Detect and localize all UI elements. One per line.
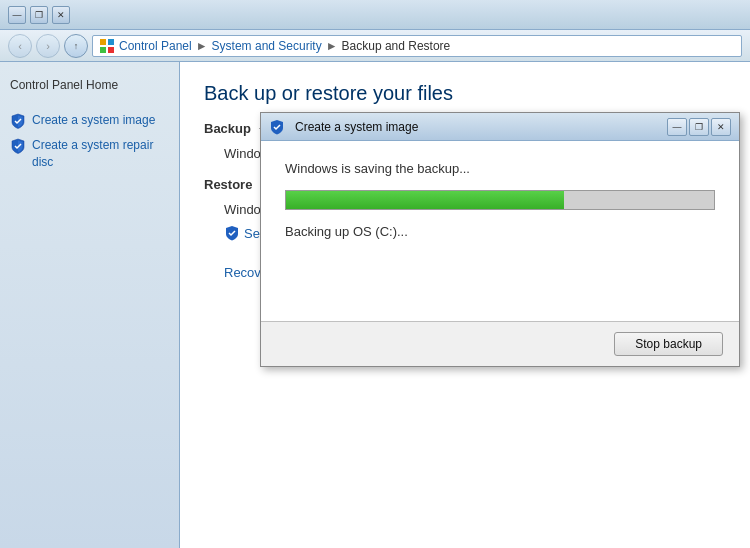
svg-rect-2: [100, 47, 106, 53]
dialog-close-button[interactable]: ✕: [711, 118, 731, 136]
windows-icon: [99, 38, 115, 54]
dialog-title-bar: Create a system image — ❐ ✕: [261, 113, 739, 141]
svg-rect-1: [108, 39, 114, 45]
breadcrumb-backup-restore: Backup and Restore: [342, 39, 451, 53]
create-system-image-dialog: Create a system image — ❐ ✕ Windows is s…: [260, 112, 740, 367]
shield-restore-icon: [224, 225, 240, 241]
dialog-status-text: Windows is saving the backup...: [285, 161, 715, 176]
create-repair-disc-label: Create a system repair disc: [32, 137, 169, 171]
sidebar: Control Panel Home Create a system image…: [0, 62, 180, 548]
nav-bar: ‹ › ↑ Control Panel ► System and Securit…: [0, 30, 750, 62]
back-button[interactable]: ‹: [8, 34, 32, 58]
restore-label: Restore: [204, 177, 252, 192]
shield-icon-2: [10, 138, 26, 154]
progress-bar-fill: [286, 191, 564, 209]
dialog-title-icon: [269, 119, 285, 135]
breadcrumb-sep-2: ►: [326, 39, 338, 53]
dialog-window-controls: — ❐ ✕: [667, 118, 731, 136]
title-bar: — ❐ ✕: [0, 0, 750, 30]
minimize-button[interactable]: —: [8, 6, 26, 24]
svg-rect-3: [108, 47, 114, 53]
page-title: Back up or restore your files: [204, 82, 726, 105]
dialog-substatus-text: Backing up OS (C:)...: [285, 224, 715, 239]
window-controls: — ❐ ✕: [8, 6, 70, 24]
dialog-content: Windows is saving the backup... Backing …: [261, 141, 739, 321]
svg-rect-0: [100, 39, 106, 45]
main-layout: Control Panel Home Create a system image…: [0, 62, 750, 548]
breadcrumb-control-panel[interactable]: Control Panel: [119, 39, 192, 53]
restore-button[interactable]: ❐: [30, 6, 48, 24]
breadcrumb-system-security[interactable]: System and Security: [212, 39, 322, 53]
close-button[interactable]: ✕: [52, 6, 70, 24]
dialog-minimize-button[interactable]: —: [667, 118, 687, 136]
sidebar-item-create-system-image[interactable]: Create a system image: [0, 108, 179, 133]
main-content: Back up or restore your files Backup Win…: [180, 62, 750, 548]
sidebar-item-create-repair-disc[interactable]: Create a system repair disc: [0, 133, 179, 175]
dialog-title-text: Create a system image: [295, 120, 661, 134]
backup-label: Backup: [204, 121, 251, 136]
dialog-restore-button[interactable]: ❐: [689, 118, 709, 136]
up-button[interactable]: ↑: [64, 34, 88, 58]
breadcrumb-sep-1: ►: [196, 39, 208, 53]
progress-bar-container: [285, 190, 715, 210]
forward-button[interactable]: ›: [36, 34, 60, 58]
sidebar-home-link[interactable]: Control Panel Home: [0, 74, 179, 96]
shield-icon-1: [10, 113, 26, 129]
stop-backup-button[interactable]: Stop backup: [614, 332, 723, 356]
dialog-footer: Stop backup: [261, 321, 739, 366]
create-system-image-label: Create a system image: [32, 112, 155, 129]
breadcrumb: Control Panel ► System and Security ► Ba…: [92, 35, 742, 57]
